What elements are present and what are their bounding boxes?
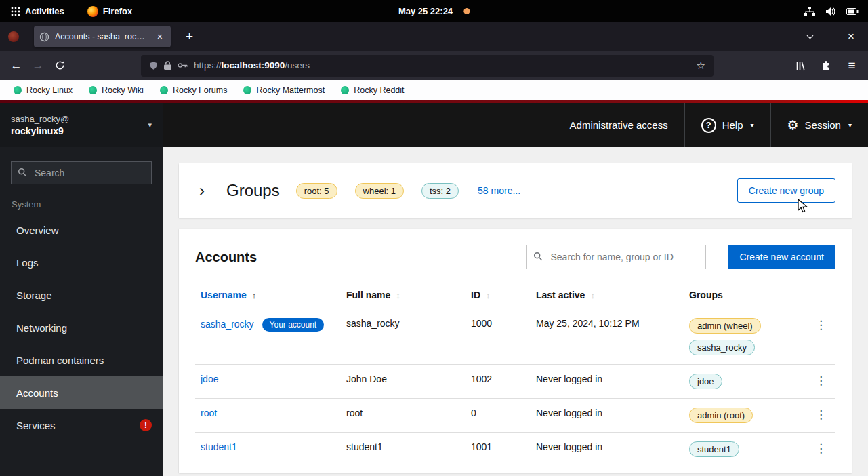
session-menu[interactable]: ⚙ Session ▾ — [770, 103, 868, 147]
new-tab-button[interactable]: + — [180, 29, 199, 44]
table-row: jdoeJohn Doe1002Never logged injdoe⋮ — [195, 365, 835, 399]
sort-by-id-button[interactable]: ID↕ — [471, 290, 491, 300]
clock-text: May 25 22:24 — [398, 6, 453, 16]
accounts-table-body: sasha_rockyYour accountsasha_rocky1000Ma… — [195, 309, 835, 467]
help-icon: ? — [701, 118, 716, 133]
row-actions-kebab-icon[interactable]: ⋮ — [811, 374, 831, 388]
bookmark-item[interactable]: Rocky Reddit — [341, 85, 404, 95]
group-badge: jdoe — [689, 374, 722, 389]
sidebar-search-input[interactable] — [11, 161, 152, 184]
username-cell: root — [195, 399, 341, 433]
page-content: › Groups root: 5wheel: 1tss: 2 58 more..… — [163, 147, 868, 476]
groups-cell: admin (root) — [684, 399, 806, 433]
rocky-logo-icon — [160, 86, 168, 94]
library-icon[interactable] — [789, 55, 811, 77]
reload-button[interactable] — [49, 55, 70, 77]
username-link[interactable]: root — [201, 408, 217, 418]
sort-by-username-button[interactable]: Username↑ — [201, 290, 256, 300]
clock-button[interactable]: May 25 22:24 — [398, 6, 470, 16]
bookmark-item[interactable]: Rocky Linux — [14, 85, 73, 95]
bookmarks-list: Rocky LinuxRocky WikiRocky ForumsRocky M… — [14, 85, 405, 95]
extensions-icon[interactable] — [815, 55, 837, 77]
row-actions-kebab-icon[interactable]: ⋮ — [811, 441, 831, 456]
list-all-tabs-icon[interactable] — [807, 32, 814, 39]
accounts-search — [526, 245, 706, 269]
masthead: Administrative access ? Help ▾ ⚙ Session… — [163, 103, 868, 147]
sidebar-item-label: Storage — [16, 290, 52, 301]
back-button[interactable]: ← — [5, 55, 27, 77]
url-bar[interactable]: https://localhost:9090/users ☆ — [141, 55, 714, 77]
administrative-access-button[interactable]: Administrative access — [554, 103, 684, 147]
actions-cell: ⋮ — [806, 365, 835, 399]
username-link[interactable]: sasha_rocky — [201, 319, 254, 330]
bookmark-label: Rocky Reddit — [354, 85, 404, 95]
browser-tab[interactable]: Accounts - sasha_rocky@ × — [34, 26, 171, 47]
groups-expand-chevron-icon[interactable]: › — [195, 182, 209, 199]
bookmark-item[interactable]: Rocky Mattermost — [243, 85, 325, 95]
sidebar-item-networking[interactable]: Networking — [0, 311, 163, 344]
key-icon[interactable] — [178, 62, 188, 68]
tab-title: Accounts - sasha_rocky@ — [55, 32, 149, 41]
bookmark-star-icon[interactable]: ☆ — [697, 60, 705, 72]
sidebar-item-services[interactable]: Services! — [0, 409, 163, 441]
sort-by-full-name-button[interactable]: Full name↕ — [346, 290, 400, 300]
firefox-view-icon[interactable] — [8, 31, 19, 42]
sort-by-last-active-button[interactable]: Last active↕ — [536, 290, 595, 300]
bookmark-item[interactable]: Rocky Wiki — [89, 85, 144, 95]
group-badge: student1 — [689, 441, 739, 457]
url-protocol: https:// — [194, 60, 222, 71]
groups-title: Groups — [226, 181, 280, 200]
sidebar-item-accounts[interactable]: Accounts — [0, 376, 163, 409]
firefox-app-label: Firefox — [103, 6, 132, 16]
groups-badges: root: 5wheel: 1tss: 2 — [296, 183, 459, 199]
groups-column-header: Groups — [684, 281, 806, 309]
create-new-group-button[interactable]: Create new group — [737, 178, 835, 203]
groups-more-link[interactable]: 58 more... — [478, 185, 520, 196]
sidebar-item-podman-containers[interactable]: Podman containers — [0, 344, 163, 376]
sidebar-item-storage[interactable]: Storage — [0, 279, 163, 311]
window-close-icon[interactable]: × — [848, 30, 854, 43]
rocky-logo-icon — [243, 86, 251, 94]
bookmark-label: Rocky Linux — [26, 85, 73, 95]
activities-grid-icon — [11, 7, 20, 16]
id-cell: 0 — [466, 399, 531, 433]
bookmark-label: Rocky Mattermost — [256, 85, 325, 95]
groups-cell: admin (wheel)sasha_rocky — [684, 309, 806, 365]
lock-icon[interactable] — [164, 61, 171, 70]
bookmark-item[interactable]: Rocky Forums — [160, 85, 228, 95]
create-new-account-button[interactable]: Create new account — [728, 245, 835, 269]
url-path: /users — [285, 60, 310, 71]
help-label: Help — [722, 119, 743, 131]
your-account-badge: Your account — [262, 318, 325, 332]
group-badge: sasha_rocky — [689, 340, 755, 355]
row-actions-kebab-icon[interactable]: ⋮ — [811, 318, 831, 332]
system-tray[interactable] — [804, 7, 861, 16]
accounts-search-input[interactable] — [526, 245, 706, 269]
group-badges-stack: admin (wheel)sasha_rocky — [689, 318, 761, 355]
tab-close-icon[interactable]: × — [154, 31, 165, 43]
id-cell: 1002 — [466, 365, 531, 399]
username-link[interactable]: jdoe — [201, 374, 218, 384]
hamburger-menu-icon[interactable]: ≡ — [841, 55, 863, 77]
firefox-app-menu[interactable]: Firefox — [83, 5, 136, 18]
sidebar-item-overview[interactable]: Overview — [0, 214, 163, 246]
forward-button[interactable]: → — [27, 55, 49, 77]
url-host: localhost:9090 — [222, 60, 285, 71]
table-row: sasha_rockyYour accountsasha_rocky1000Ma… — [195, 309, 835, 365]
full-name-cell: root — [341, 399, 466, 433]
sidebar-item-logs[interactable]: Logs — [0, 246, 163, 279]
user-menu[interactable]: sasha_rocky@ rockylinux9 ▾ — [0, 103, 163, 147]
sidebar-item-label: Accounts — [16, 387, 58, 399]
gear-icon: ⚙ — [787, 119, 799, 132]
help-menu[interactable]: ? Help ▾ — [684, 103, 770, 147]
user-name: sasha_rocky@ — [11, 114, 69, 124]
url-text[interactable]: https://localhost:9090/users — [194, 60, 690, 71]
firefox-logo-icon — [87, 6, 98, 17]
alert-badge: ! — [140, 419, 152, 431]
sidebar-search — [11, 161, 152, 184]
activities-button[interactable]: Activities — [7, 5, 68, 18]
group-count-badge: wheel: 1 — [355, 183, 404, 199]
username-link[interactable]: student1 — [201, 441, 237, 452]
tracking-shield-icon[interactable] — [149, 61, 158, 71]
row-actions-kebab-icon[interactable]: ⋮ — [811, 408, 831, 422]
